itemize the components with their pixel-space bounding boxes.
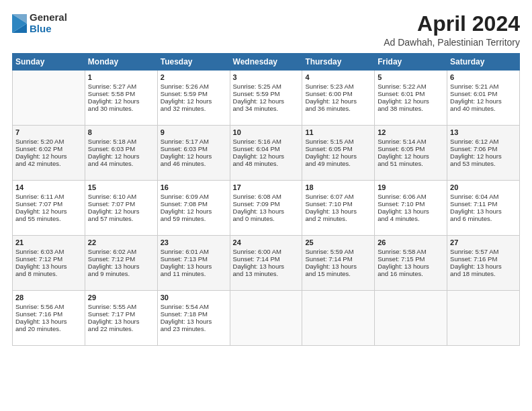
calendar-cell: 18Sunrise: 6:07 AMSunset: 7:10 PMDayligh…: [302, 181, 375, 236]
day-number: 22: [88, 238, 154, 246]
day-number: 4: [305, 73, 371, 81]
day-info: Sunrise: 5:22 AM: [378, 83, 444, 90]
day-number: 10: [233, 128, 300, 136]
day-info: Daylight: 13 hours: [378, 208, 444, 215]
calendar-cell: 24Sunrise: 6:00 AMSunset: 7:14 PMDayligh…: [230, 236, 302, 291]
day-number: 2: [161, 73, 227, 81]
calendar-cell: 3Sunrise: 5:25 AMSunset: 5:59 PMDaylight…: [230, 71, 302, 126]
header: General Blue April 2024 Ad Dawhah, Pales…: [12, 12, 520, 48]
calendar-cell: 13Sunrise: 6:12 AMSunset: 7:06 PMDayligh…: [447, 126, 520, 181]
day-info: Sunset: 7:06 PM: [450, 145, 517, 152]
day-info: Daylight: 12 hours: [305, 152, 371, 160]
header-tuesday: Tuesday: [157, 54, 230, 71]
calendar-cell: 22Sunrise: 6:02 AMSunset: 7:12 PMDayligh…: [85, 236, 157, 291]
day-info: Sunset: 7:07 PM: [15, 200, 82, 208]
day-info: Daylight: 12 hours: [233, 152, 300, 160]
calendar-cell: 12Sunrise: 5:14 AMSunset: 6:05 PMDayligh…: [375, 126, 447, 181]
day-info: Sunset: 7:13 PM: [161, 255, 227, 263]
day-info: Sunrise: 5:54 AM: [161, 303, 227, 310]
day-info: Sunset: 6:03 PM: [88, 145, 154, 152]
calendar-cell: 20Sunrise: 6:04 AMSunset: 7:11 PMDayligh…: [447, 181, 520, 236]
day-info: and 44 minutes.: [88, 160, 154, 167]
day-info: Sunrise: 6:02 AM: [88, 248, 154, 255]
day-info: Daylight: 13 hours: [233, 208, 300, 215]
day-number: 3: [233, 73, 300, 81]
day-info: Daylight: 12 hours: [233, 97, 300, 105]
day-info: and 23 minutes.: [161, 325, 227, 332]
day-info: Daylight: 12 hours: [15, 152, 82, 160]
day-info: Sunrise: 5:56 AM: [15, 303, 82, 310]
day-info: and 42 minutes.: [15, 160, 82, 167]
day-info: Sunrise: 5:14 AM: [378, 138, 444, 145]
day-info: Sunrise: 5:59 AM: [305, 248, 371, 255]
day-info: Daylight: 13 hours: [305, 263, 371, 270]
title-block: April 2024 Ad Dawhah, Palestinian Territ…: [384, 12, 520, 48]
calendar-cell: 14Sunrise: 6:11 AMSunset: 7:07 PMDayligh…: [13, 181, 85, 236]
day-info: Daylight: 12 hours: [88, 208, 154, 215]
calendar-week-5: 28Sunrise: 5:56 AMSunset: 7:16 PMDayligh…: [13, 291, 520, 346]
day-info: and 30 minutes.: [88, 105, 154, 112]
calendar-week-3: 14Sunrise: 6:11 AMSunset: 7:07 PMDayligh…: [13, 181, 520, 236]
calendar-cell: 30Sunrise: 5:54 AMSunset: 7:18 PMDayligh…: [157, 291, 230, 346]
day-info: Sunset: 7:14 PM: [233, 255, 300, 263]
calendar-cell: 25Sunrise: 5:59 AMSunset: 7:14 PMDayligh…: [302, 236, 375, 291]
day-info: Daylight: 12 hours: [15, 208, 82, 215]
header-thursday: Thursday: [302, 54, 375, 71]
day-info: and 32 minutes.: [161, 105, 227, 112]
day-info: and 11 minutes.: [161, 270, 227, 277]
day-info: Sunrise: 6:00 AM: [233, 248, 300, 255]
calendar-cell: 28Sunrise: 5:56 AMSunset: 7:16 PMDayligh…: [13, 291, 85, 346]
day-info: Daylight: 12 hours: [161, 152, 227, 160]
day-info: and 4 minutes.: [378, 215, 444, 222]
calendar-cell: 8Sunrise: 5:18 AMSunset: 6:03 PMDaylight…: [85, 126, 157, 181]
day-info: and 57 minutes.: [88, 215, 154, 222]
day-number: 28: [15, 293, 82, 302]
day-info: Sunset: 7:14 PM: [305, 255, 371, 263]
calendar-cell: 26Sunrise: 5:58 AMSunset: 7:15 PMDayligh…: [375, 236, 447, 291]
day-info: and 0 minutes.: [233, 215, 300, 222]
page: General Blue April 2024 Ad Dawhah, Pales…: [0, 0, 532, 411]
day-info: Sunset: 6:00 PM: [305, 90, 371, 97]
calendar-cell: 16Sunrise: 6:09 AMSunset: 7:08 PMDayligh…: [157, 181, 230, 236]
day-number: 1: [88, 73, 154, 81]
day-info: Daylight: 13 hours: [161, 263, 227, 270]
location-subtitle: Ad Dawhah, Palestinian Territory: [384, 37, 520, 48]
logo: General Blue: [12, 12, 67, 34]
header-saturday: Saturday: [447, 54, 520, 71]
day-info: Daylight: 13 hours: [15, 263, 82, 270]
calendar-cell: [13, 71, 85, 126]
day-number: 18: [305, 183, 371, 191]
day-info: Daylight: 12 hours: [161, 208, 227, 215]
day-info: Sunrise: 5:17 AM: [161, 138, 227, 145]
day-info: Sunset: 7:10 PM: [378, 200, 444, 208]
day-info: Sunrise: 6:12 AM: [450, 138, 517, 145]
day-number: 7: [15, 128, 82, 136]
day-info: Sunset: 7:09 PM: [233, 200, 300, 208]
day-info: Sunset: 7:10 PM: [305, 200, 371, 208]
day-info: and 48 minutes.: [233, 160, 300, 167]
day-info: Daylight: 13 hours: [450, 263, 517, 270]
day-info: Sunset: 7:12 PM: [88, 255, 154, 263]
day-info: Sunrise: 5:18 AM: [88, 138, 154, 145]
day-info: Sunset: 7:08 PM: [161, 200, 227, 208]
day-info: Sunset: 7:16 PM: [450, 255, 517, 263]
day-info: Sunrise: 6:10 AM: [88, 193, 154, 200]
day-number: 13: [450, 128, 517, 136]
header-sunday: Sunday: [13, 54, 85, 71]
day-info: and 8 minutes.: [15, 270, 82, 277]
day-number: 30: [161, 293, 227, 302]
calendar-week-4: 21Sunrise: 6:03 AMSunset: 7:12 PMDayligh…: [13, 236, 520, 291]
day-info: and 16 minutes.: [378, 270, 444, 277]
day-number: 21: [15, 238, 82, 246]
calendar-cell: [447, 291, 520, 346]
day-number: 8: [88, 128, 154, 136]
calendar-cell: [302, 291, 375, 346]
day-info: Sunrise: 5:23 AM: [305, 83, 371, 90]
day-info: and 15 minutes.: [305, 270, 371, 277]
day-info: Sunrise: 6:11 AM: [15, 193, 82, 200]
calendar-cell: 11Sunrise: 5:15 AMSunset: 6:05 PMDayligh…: [302, 126, 375, 181]
day-info: and 9 minutes.: [88, 270, 154, 277]
calendar-cell: 10Sunrise: 5:16 AMSunset: 6:04 PMDayligh…: [230, 126, 302, 181]
day-info: Daylight: 13 hours: [378, 263, 444, 270]
day-number: 26: [378, 238, 444, 246]
